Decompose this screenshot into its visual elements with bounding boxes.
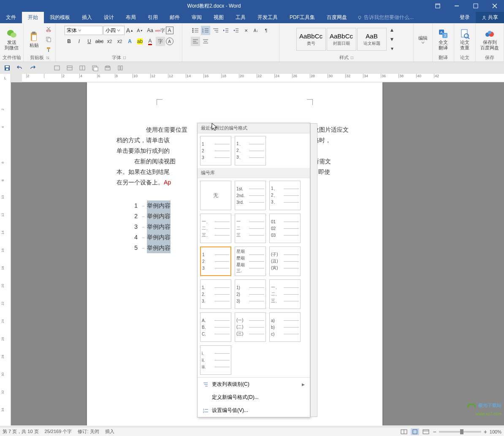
login-link[interactable]: 登录 — [454, 12, 476, 23]
menu-tab-布局[interactable]: 布局 — [120, 12, 142, 23]
phonetic-guide-button[interactable]: wén字 — [156, 26, 165, 35]
numbering-thumb[interactable]: 123 — [200, 136, 231, 165]
set-numbering-value-item[interactable]: 12 设置编号值(V)... — [198, 404, 310, 417]
status-page[interactable]: 第 7 页，共 10 页 — [3, 428, 39, 435]
define-new-format-item[interactable]: 定义新编号格式(D)... — [198, 391, 310, 404]
numbering-button[interactable]: 123 — [201, 26, 210, 35]
align-center-button[interactable] — [201, 37, 210, 46]
ribbon-display-options[interactable] — [428, 0, 447, 12]
close-button[interactable] — [485, 0, 504, 12]
web-layout-button[interactable] — [422, 428, 430, 435]
menu-tab-开始[interactable]: 开始 — [22, 12, 44, 23]
numbering-thumb[interactable]: 一二三 — [235, 214, 266, 243]
text-effects-button[interactable]: A — [125, 37, 135, 46]
sort-button[interactable]: A↓ — [252, 26, 261, 35]
menu-tab-PDF工具集[interactable]: PDF工具集 — [284, 12, 321, 23]
zoom-level[interactable]: 100% — [490, 429, 501, 434]
numbering-thumb[interactable]: 无 — [200, 181, 231, 210]
superscript-button[interactable]: x2 — [115, 37, 125, 46]
read-mode-button[interactable] — [400, 428, 408, 435]
qat-btn-4[interactable] — [52, 63, 62, 73]
align-left-button[interactable] — [191, 37, 200, 46]
menu-tab-工具[interactable]: 工具 — [230, 12, 252, 23]
numbering-thumb[interactable]: A.B.C. — [200, 312, 231, 342]
styles-more[interactable]: ▾ — [387, 44, 397, 53]
change-case-button[interactable]: Aa — [146, 26, 155, 35]
menu-tab-插入[interactable]: 插入 — [76, 12, 98, 23]
numbering-thumb[interactable]: 一、二、三、 — [269, 279, 301, 309]
share-button[interactable]: 共享 — [476, 12, 504, 23]
menu-tab-邮件[interactable]: 邮件 — [164, 12, 186, 23]
increase-indent-button[interactable] — [231, 26, 241, 35]
menu-tab-文件[interactable]: 文件 — [0, 12, 22, 23]
numbering-thumb[interactable]: 010203 — [269, 214, 301, 243]
translate-button[interactable]: A文全文翻译 — [435, 27, 452, 51]
decrease-indent-button[interactable] — [221, 26, 230, 35]
underline-button[interactable]: U — [85, 37, 94, 46]
thesis-check-button[interactable]: 论文查重 — [456, 27, 473, 51]
qat-btn-8[interactable] — [103, 63, 112, 73]
numbering-thumb[interactable]: 1、2、3、 — [269, 181, 301, 210]
font-color-button[interactable]: A — [146, 37, 155, 46]
menu-tab-审阅[interactable]: 审阅 — [186, 12, 208, 23]
edit-dropdown[interactable]: 编辑 — [416, 35, 430, 45]
numbering-thumb[interactable]: 1、2、3、 — [235, 136, 266, 165]
copy-button[interactable] — [44, 35, 53, 44]
maximize-button[interactable] — [466, 0, 485, 12]
grow-font-button[interactable]: A▲ — [125, 26, 135, 35]
menu-tab-引用[interactable]: 引用 — [142, 12, 164, 23]
menu-tab-百度网盘[interactable]: 百度网盘 — [321, 12, 353, 23]
styles-scroll-up[interactable]: ▲ — [387, 25, 397, 35]
minimize-button[interactable] — [447, 0, 466, 12]
zoom-out-button[interactable]: − — [433, 428, 436, 435]
bullets-button[interactable] — [191, 26, 200, 35]
numbering-thumb[interactable]: 一、二、三、 — [200, 214, 231, 243]
redo-button[interactable] — [28, 63, 37, 73]
menu-tab-设计[interactable]: 设计 — [98, 12, 120, 23]
shrink-font-button[interactable]: A▼ — [135, 26, 145, 35]
style-option[interactable]: AaBbCc封面日期 — [327, 28, 356, 51]
menu-tab-我的模板[interactable]: 我的模板 — [44, 12, 76, 23]
multilevel-list-button[interactable] — [211, 26, 220, 35]
zoom-slider[interactable] — [439, 431, 481, 433]
numbering-thumb[interactable]: a)b)c) — [269, 312, 301, 342]
zoom-in-button[interactable]: + — [484, 428, 487, 435]
qat-btn-5[interactable] — [65, 63, 74, 73]
print-layout-button[interactable] — [411, 428, 419, 435]
menu-tab-视图[interactable]: 视图 — [208, 12, 230, 23]
numbering-thumb[interactable]: 1st.2nd.3rd. — [235, 181, 266, 210]
numbering-thumb[interactable]: 1)2)3) — [235, 279, 266, 309]
numbering-thumb[interactable]: 1.2.3. — [200, 279, 231, 309]
numbering-thumb[interactable]: 星期一.星期二.星期三. — [235, 246, 266, 276]
menu-tab-开发工具[interactable]: 开发工具 — [252, 12, 284, 23]
qat-btn-7[interactable] — [90, 63, 100, 73]
highlight-button[interactable]: ab — [135, 37, 145, 46]
send-to-wechat-button[interactable]: 发送到微信 — [2, 27, 21, 51]
dropdown-scrollbar[interactable] — [310, 123, 317, 417]
numbering-thumb[interactable]: i.ii.iii. — [200, 345, 231, 375]
status-track-changes[interactable]: 修订: 关闭 — [78, 428, 99, 435]
strikethrough-button[interactable]: abc — [95, 37, 104, 46]
save-button[interactable] — [3, 63, 12, 73]
styles-scroll-down[interactable]: ▼ — [387, 35, 397, 44]
subscript-button[interactable]: x2 — [105, 37, 114, 46]
numbering-thumb[interactable]: 123 — [200, 246, 231, 276]
style-option[interactable]: AaB论文标题 — [357, 28, 387, 51]
italic-button[interactable]: I — [75, 37, 84, 46]
tab-selector[interactable]: L — [0, 74, 11, 82]
vertical-ruler[interactable]: 24681012141618202224262830323436 — [0, 82, 11, 425]
tell-me-search[interactable]: 告诉我您想要做什么... — [353, 12, 418, 23]
numbering-thumb[interactable]: (子)(丑)(寅) — [269, 246, 301, 276]
enclose-char-button[interactable]: A — [166, 38, 173, 45]
char-border-button[interactable]: A — [166, 27, 173, 34]
horizontal-ruler[interactable]: 2246810121214161820222426283032343638404… — [22, 74, 504, 82]
show-formatting-button[interactable]: ¶ — [262, 26, 271, 35]
change-list-level-item[interactable]: 更改列表级别(C) ▶ — [198, 378, 310, 391]
status-insert-mode[interactable]: 插入 — [105, 428, 114, 435]
cut-button[interactable] — [44, 24, 53, 34]
format-painter-button[interactable] — [44, 45, 53, 54]
undo-button[interactable] — [15, 63, 24, 73]
qat-btn-6[interactable] — [78, 63, 87, 73]
char-shading-button[interactable]: 字 — [156, 37, 165, 46]
status-word-count[interactable]: 25/2169 个字 — [45, 428, 72, 435]
